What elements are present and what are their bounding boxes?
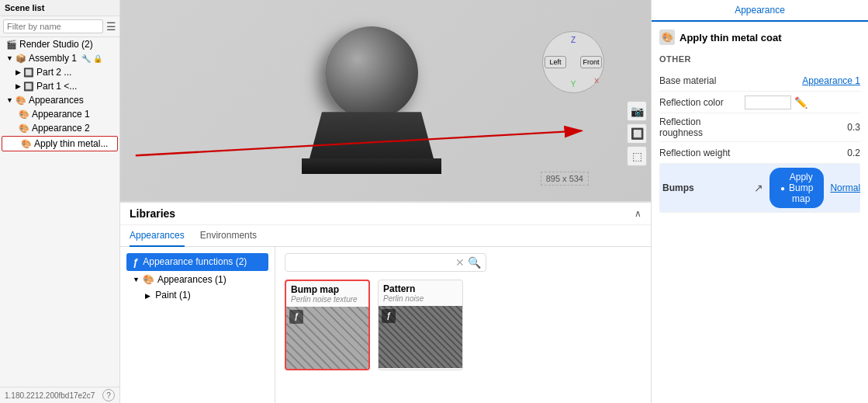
sidebar-appearances-group[interactable]: ▼ 🎨 Appearances (1) [126, 271, 268, 288]
function-icon: ƒ [133, 256, 138, 268]
tab-environments[interactable]: Environments [200, 225, 257, 247]
filter-menu-icon[interactable]: ☰ [106, 20, 116, 33]
part-icon: 🔲 [23, 68, 34, 78]
appearance-icon: 🎨 [19, 123, 29, 134]
gizmo-x-label: X [594, 77, 599, 85]
sidebar-group-label: Appearances (1) [157, 274, 227, 285]
expand-arrow-icon: ▶ [16, 68, 21, 76]
tree-item-appearances-group[interactable]: ▼ 🎨 Appearances [0, 93, 119, 107]
prop-label-base-material: Base material [659, 75, 745, 86]
viewport[interactable]: Z Y Left Front X 📷 🔲 ⬚ 895 x 534 [120, 0, 651, 201]
prop-value-bumps[interactable]: Normal [830, 182, 860, 193]
item-card-header: Pattern Perlin noise [379, 280, 462, 306]
prop-value-base-material[interactable]: Appearance 1 [745, 75, 860, 86]
panel-title-icon: 🎨 [659, 30, 675, 45]
gizmo-z-label: Z [571, 36, 576, 44]
viewport-tool-btn-3[interactable]: ⬚ [627, 146, 647, 166]
viewport-toolbar: 📷 🔲 ⬚ [627, 101, 647, 166]
reflection-color-swatch[interactable] [745, 96, 791, 109]
pedestal-base-object [302, 158, 441, 174]
tree-item-part2[interactable]: ▶ 🔲 Part 2 ... [0, 65, 119, 79]
scene-tree: 🎬 Render Studio (2) ▼ 📦 Assembly 1 🔧 🔒 ▶ [0, 37, 119, 387]
item-sub: Perlin noise [383, 294, 458, 303]
item-sub: Perlin noise texture [291, 295, 364, 304]
part-icon: 🔲 [23, 82, 34, 92]
tree-item-label: Render Studio (2) [19, 39, 93, 50]
libraries-header: Libraries ∧ [120, 203, 651, 225]
sidebar-appearance-functions[interactable]: ƒ Appearance functions (2) [126, 253, 268, 271]
panel-tabs: Appearance [652, 0, 868, 22]
expand-arrow-icon: ▼ [133, 276, 140, 283]
panel-title-row: 🎨 Apply thin metal coat [659, 30, 860, 45]
function-thumb-icon: ƒ [289, 310, 303, 324]
cursor-icon: ↗ [754, 182, 763, 194]
sidebar-sub-label: Paint (1) [155, 290, 190, 301]
tree-item-appearance2[interactable]: 🎨 Appearance 2 [0, 121, 119, 135]
tree-item-label: Apply thin metal... [34, 138, 108, 149]
search-bar: perlin ✕ 🔍 [285, 253, 486, 272]
scene-sidebar: Scene list ☰ 🎬 Render Studio (2) ▼ 📦 Ass… [0, 0, 120, 403]
prop-reflection-color: Reflection color ✏️ [659, 92, 860, 113]
reflection-color-edit-icon[interactable]: ✏️ [794, 96, 807, 109]
apply-bump-map-button[interactable]: ● Apply Bump map [769, 168, 824, 208]
tree-item-label: Part 1 <... [36, 81, 77, 92]
items-grid: Bump map Perlin noise texture ƒ Pattern [285, 280, 641, 370]
tree-item-apply-thin-metal[interactable]: 🎨 Apply thin metal... [2, 136, 118, 151]
center-area: Z Y Left Front X 📷 🔲 ⬚ 895 x 534 [120, 0, 651, 403]
properties-panel: Appearance 🎨 Apply thin metal coat Other… [651, 0, 868, 403]
sphere-object [325, 26, 418, 120]
viewport-coords: 895 x 534 [541, 172, 589, 186]
tree-item-label: Appearance 2 [32, 123, 90, 134]
libraries-tabs: Appearances Environments [120, 225, 651, 247]
prop-value-reflection-roughness: 0.3 [745, 122, 860, 133]
panel-title-text: Apply thin metal coat [680, 32, 781, 43]
tree-item-label: Assembly 1 [29, 53, 77, 64]
orientation-gizmo[interactable]: Z Y Left Front X [542, 31, 604, 93]
expand-arrow-icon: ▼ [6, 96, 13, 104]
app-container: Scene list ☰ 🎬 Render Studio (2) ▼ 📦 Ass… [0, 0, 868, 403]
tree-item-label: Part 2 ... [36, 67, 71, 78]
help-button[interactable]: ? [102, 389, 115, 401]
sidebar-item-label: Appearance functions (2) [143, 256, 247, 267]
tab-appearances[interactable]: Appearances [130, 225, 185, 247]
expand-arrow-icon: ▶ [145, 292, 150, 300]
prop-value-reflection-weight: 0.2 [745, 148, 860, 158]
expand-arrow-icon: ▶ [16, 82, 21, 90]
tree-item-appearance1[interactable]: 🎨 Appearance 1 [0, 107, 119, 121]
libraries-title: Libraries [130, 207, 635, 220]
tree-item-assembly1[interactable]: ▼ 📦 Assembly 1 🔧 🔒 [0, 51, 119, 65]
search-submit-icon[interactable]: 🔍 [468, 256, 481, 269]
gizmo-y-label: Y [571, 80, 576, 89]
sidebar-paint[interactable]: ▶ Paint (1) [126, 288, 268, 302]
camera-icon: 🎬 [6, 40, 17, 50]
tree-item-label: Appearances [29, 95, 84, 106]
appearance-icon: 🎨 [19, 109, 29, 120]
gizmo-left-face[interactable]: Left [545, 56, 566, 68]
status-bar: 1.180.2212.200fbd17e2c7 ? [0, 387, 119, 403]
appearance-icon: 🎨 [21, 139, 32, 149]
item-card-pattern[interactable]: Pattern Perlin noise ƒ [378, 280, 463, 370]
prop-reflection-weight: Reflection weight 0.2 [659, 142, 860, 164]
item-card-bump-map[interactable]: Bump map Perlin noise texture ƒ [285, 280, 370, 370]
filter-input[interactable] [3, 19, 103, 33]
tree-item-render-studio[interactable]: 🎬 Render Studio (2) [0, 37, 119, 51]
prop-reflection-roughness: Reflection roughness 0.3 [659, 113, 860, 142]
search-input[interactable]: perlin [290, 257, 452, 268]
gizmo-front-face[interactable]: Front [580, 56, 602, 68]
sidebar-filter-bar: ☰ [0, 16, 119, 37]
viewport-tool-btn-1[interactable]: 📷 [627, 101, 647, 121]
pedestal-object [310, 112, 434, 158]
viewport-tool-btn-2[interactable]: 🔲 [627, 123, 647, 144]
item-thumbnail: ƒ [286, 307, 368, 369]
tree-item-part1[interactable]: ▶ 🔲 Part 1 <... [0, 79, 119, 93]
checkmark-icon: ● [780, 184, 785, 193]
item-name: Pattern [383, 283, 458, 294]
apply-bump-btn-label: Apply Bump map [789, 172, 813, 204]
prop-base-material: Base material Appearance 1 [659, 70, 860, 92]
libraries-collapse-icon[interactable]: ∧ [635, 208, 641, 219]
tab-appearance[interactable]: Appearance [652, 0, 868, 22]
search-clear-icon[interactable]: ✕ [455, 256, 465, 269]
libraries-main-content: perlin ✕ 🔍 Bump map Perlin noise texture [275, 247, 651, 404]
prop-label-reflection-roughness: Reflection roughness [659, 116, 745, 138]
viewport-background: Z Y Left Front X 📷 🔲 ⬚ 895 x 534 [120, 0, 651, 201]
